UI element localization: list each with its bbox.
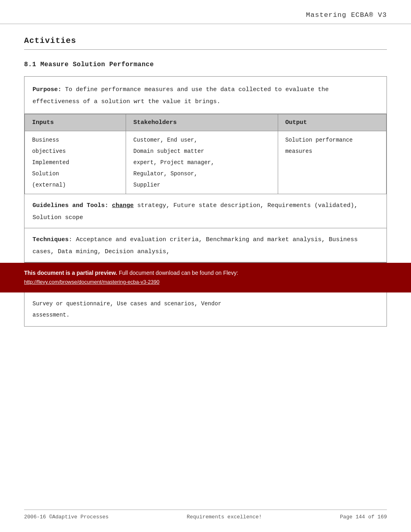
footer-center: Requirements excellence!: [187, 514, 262, 520]
bottom-section: Survey or questionnaire, Use cases and s…: [0, 292, 411, 327]
change-label: change: [112, 202, 134, 209]
output-line1: Solution performance: [285, 137, 353, 143]
table-row: Business objectives Implemented Solution…: [25, 131, 387, 194]
stakeholder-line2: Domain subject matter: [133, 148, 204, 154]
purpose-label: Purpose:: [33, 86, 61, 93]
preview-normal: Full document download can be found on F…: [117, 270, 238, 276]
preview-bold: This document is a partial preview.: [24, 270, 117, 276]
cell-output: Solution performance measures: [278, 131, 386, 194]
purpose-section: Purpose: To define performance measures …: [24, 77, 387, 114]
subsection-title: 8.1 Measure Solution Performance: [24, 61, 387, 68]
content-box: Purpose: To define performance measures …: [24, 76, 387, 263]
footer-right: Page 144 of 169: [340, 514, 387, 520]
page-header: Mastering ECBA® V3: [0, 0, 411, 24]
stakeholder-line3: expert, Project manager,: [133, 159, 214, 166]
techniques-label: Techniques: [33, 236, 69, 243]
guidelines-section: Guidelines and Tools: change strategy, F…: [24, 194, 387, 228]
main-content: Activities 8.1 Measure Solution Performa…: [0, 24, 411, 263]
output-line2: measures: [285, 148, 312, 154]
input-line4: Solution: [32, 171, 59, 177]
stakeholder-line4: Regulator, Sponsor,: [133, 171, 197, 177]
input-line1: Business: [32, 137, 59, 143]
footer-text: 2006-16 ©Adaptive Processes Requirements…: [24, 514, 387, 520]
preview-link[interactable]: http://flevy.com/browse/document/masteri…: [24, 279, 159, 285]
page-footer: 2006-16 ©Adaptive Processes Requirements…: [0, 510, 411, 520]
page-container: Mastering ECBA® V3 Activities 8.1 Measur…: [0, 0, 411, 532]
input-line2: objectives: [32, 148, 66, 154]
techniques-text: : Acceptance and evaluation criteria, Be…: [33, 236, 358, 255]
footer-left: 2006-16 ©Adaptive Processes: [24, 514, 109, 520]
inputs-table: Inputs Stakeholders Output Business obje…: [24, 114, 387, 194]
header-title: Mastering ECBA® V3: [306, 11, 387, 19]
section-title: Activities: [24, 36, 387, 45]
table-header-stakeholders: Stakeholders: [126, 114, 278, 131]
stakeholder-line5: Supplier: [133, 182, 160, 188]
input-line3: Implemented: [32, 159, 69, 166]
bottom-line1: Survey or questionnaire, Use cases and s…: [33, 301, 221, 307]
bottom-line2: assessment.: [33, 312, 69, 318]
table-header-output: Output: [278, 114, 386, 131]
table-header-inputs: Inputs: [25, 114, 126, 131]
stakeholder-line1: Customer, End user,: [133, 137, 197, 143]
bottom-content: Survey or questionnaire, Use cases and s…: [24, 292, 387, 327]
cell-inputs: Business objectives Implemented Solution…: [25, 131, 126, 194]
cell-stakeholders: Customer, End user, Domain subject matte…: [126, 131, 278, 194]
footer-divider: [24, 510, 387, 510]
preview-banner: This document is a partial preview. Full…: [0, 263, 411, 292]
input-line5: (external): [32, 182, 66, 188]
guidelines-label: Guidelines and Tools:: [33, 202, 108, 209]
techniques-section: Techniques: Acceptance and evaluation cr…: [24, 228, 387, 262]
section-divider: [24, 49, 387, 50]
purpose-text: To define performance measures and use t…: [33, 86, 329, 105]
